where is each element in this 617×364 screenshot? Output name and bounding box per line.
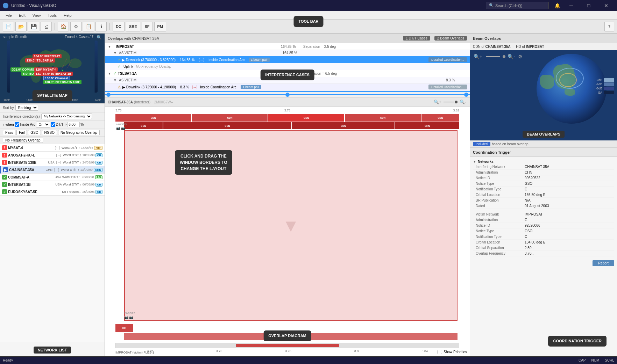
beam-overlaps-count: 2 Beam Overlaps bbox=[434, 36, 467, 41]
no-geo-btn[interactable]: No Geographic Overlap bbox=[58, 130, 100, 135]
network-item-intersat1b[interactable]: ✓ INTERSAT-1B USA Worst DT/T ↑ 06/05/99 … bbox=[0, 181, 105, 188]
included-toggle-btn[interactable]: Included bbox=[473, 142, 490, 146]
network-item-euroskysat5e[interactable]: ✓ EUROSKYSAT-5E No Frequen... 25/03/96 C… bbox=[0, 188, 105, 196]
sort-select[interactable]: Ranking bbox=[15, 105, 38, 111]
no-freq-row: No Frequency Overlap bbox=[0, 137, 105, 144]
chainsat-status-icon: ▶ bbox=[3, 167, 8, 172]
toolbar-print-btn[interactable]: 🖨 bbox=[41, 22, 52, 31]
chainsat-country: CHN bbox=[45, 168, 52, 172]
coord-networks-title: ▼ Networks bbox=[473, 158, 614, 164]
overlap-zoom-in-btn[interactable]: 🔍+ bbox=[433, 99, 442, 105]
toolbar-open-btn[interactable]: 📂 bbox=[15, 22, 27, 31]
network-list-label-area: NETWORK LIST bbox=[0, 342, 105, 356]
chn-seg-2: CDN bbox=[192, 114, 268, 122]
menu-help[interactable]: Help bbox=[61, 13, 75, 18]
beam-of-label: of bbox=[481, 45, 485, 49]
toolbar-sbe-btn[interactable]: SBE bbox=[126, 22, 140, 31]
toolbar-info-btn[interactable]: ℹ bbox=[95, 22, 107, 31]
downlink-tslsat-detail-btn[interactable]: Detailed Coordination... bbox=[428, 85, 467, 89]
intersat1b-status-icon: ✓ bbox=[2, 182, 7, 187]
tslsat-victim-expand[interactable]: ▼ bbox=[113, 78, 118, 82]
dt-checkbox[interactable] bbox=[51, 122, 55, 127]
network-item-commsat[interactable]: ✓ COMMSAT-A USA Worst DT/T ↑ 20/03/98 AP… bbox=[0, 174, 105, 181]
coordination-trigger: Coordination Trigger ▼ Networks Interfer… bbox=[470, 148, 617, 356]
scale-sa-label: SA bbox=[598, 91, 602, 94]
search-placeholder: Search (Ctrl+Q) bbox=[495, 3, 522, 8]
map-filename: sample ific.mdb bbox=[3, 35, 27, 39]
horizontal-splitter[interactable] bbox=[105, 92, 470, 97]
toolbar-settings-btn[interactable]: ⚙ bbox=[70, 22, 81, 31]
overlap-scrollbar[interactable] bbox=[115, 343, 459, 348]
beam-zoom-out-btn[interactable]: 🔍- bbox=[507, 53, 516, 60]
uplink-no-overlap: No Frequency Overlap bbox=[136, 65, 171, 68]
network-item-mysat4[interactable]: ! MYSAT-4 [↔] Worst DT/T ↑ 14/05/55 NTF bbox=[0, 144, 105, 152]
inside-arc-checkbox[interactable] bbox=[15, 122, 19, 127]
no-freq-btn[interactable]: No Frequency Overlap bbox=[3, 138, 43, 143]
toolbar: 📄 📂 💾 🖨 🏠 ⚙ 📋 ℹ DC SBE SF PM TOOL BAR ? bbox=[0, 20, 617, 34]
menu-tools[interactable]: Tools bbox=[45, 13, 59, 18]
or-select[interactable]: Or bbox=[36, 122, 50, 128]
map-zoom-btn[interactable]: 🔍 bbox=[97, 35, 102, 40]
menu-view[interactable]: View bbox=[30, 13, 44, 18]
report-btn[interactable]: Report bbox=[593, 260, 614, 266]
splitter-right-circle bbox=[464, 93, 468, 97]
downlink-warn-icon: ⚠ bbox=[118, 58, 121, 62]
overlap-zoom-out-btn[interactable]: 🔍- bbox=[459, 99, 467, 105]
network-item-intersat5[interactable]: ! INTERSAT5 138E USA [↔] Worst DT/T ↑ 24… bbox=[0, 159, 105, 166]
toolbar-dc-btn[interactable]: DC bbox=[113, 22, 125, 31]
anosat-name: ANOSAT-2-KU-L bbox=[8, 153, 55, 157]
beam-zoom-in-btn[interactable]: 🔍+ bbox=[473, 53, 483, 60]
maximize-button[interactable]: □ bbox=[581, 0, 597, 11]
close-button[interactable]: ✕ bbox=[598, 0, 614, 11]
camera-icon-4[interactable]: 📷 bbox=[129, 315, 133, 319]
camera-icon-1[interactable]: 📷 bbox=[116, 126, 120, 130]
overlap-freq-label: Overlap Frequency bbox=[476, 252, 525, 255]
beam-settings-btn[interactable]: ⚙ bbox=[517, 53, 523, 60]
inside-arc-check[interactable]: Inside Arc bbox=[15, 122, 35, 127]
toolbar-sf-btn[interactable]: SF bbox=[142, 22, 153, 31]
interferer-role: (Interferer) bbox=[134, 100, 150, 104]
camera-icon-2[interactable]: 📷 bbox=[121, 126, 125, 130]
int-row-uplink-improsat[interactable]: ✓ Uplink No Frequency Overlap bbox=[105, 63, 470, 70]
gso-btn[interactable]: GSO bbox=[28, 130, 41, 135]
menu-file[interactable]: File bbox=[3, 13, 15, 18]
ngso-btn[interactable]: NGSO bbox=[42, 130, 57, 135]
toolbar-save-btn[interactable]: 💾 bbox=[28, 22, 39, 31]
improsat-victim-expand[interactable]: ▼ bbox=[113, 51, 118, 55]
notification-icon[interactable]: 🔔 bbox=[554, 3, 560, 8]
victim-network-label: Victim Network bbox=[476, 212, 525, 216]
int-row-improsat[interactable]: ▼ ! IMPROSAT 164.85 % Separation = 2.5 d… bbox=[105, 43, 470, 50]
int-row-downlink-improsat[interactable]: ⚠ ▶ Downlink (3.700000 - 3.825000) 164.8… bbox=[105, 56, 470, 63]
network-item-chainsat[interactable]: ▶ CHAINSAT-35A CHN [↔] Worst DT/T ↑ 13/0… bbox=[0, 166, 105, 174]
search-box[interactable]: 🔍 Search (Ctrl+Q) bbox=[486, 2, 549, 9]
dt-value-input[interactable] bbox=[67, 122, 80, 127]
coord-expand-icon[interactable]: ▼ bbox=[473, 160, 476, 163]
anosat-dir: [↔] bbox=[56, 153, 61, 157]
int-row-improsat-victim[interactable]: ▼ AS VICTIM 164.85 % bbox=[105, 50, 470, 56]
toolbar-help-btn[interactable]: ? bbox=[604, 22, 614, 31]
improsat-expand-icon[interactable]: ▼ bbox=[108, 45, 112, 49]
beam-zoom-slider[interactable] bbox=[486, 56, 500, 57]
network-item-anosat[interactable]: ! ANOSAT-2-KU-L [↔] Worst DT/T ↑ 10/05/9… bbox=[0, 152, 105, 159]
toolbar-pm-btn[interactable]: PM bbox=[154, 22, 166, 31]
overlap-diagram-callout: OVERLAP DIAGRAM bbox=[263, 330, 311, 341]
downlink-improsat-detail-btn[interactable]: Detailed Coordination... bbox=[428, 57, 467, 62]
toolbar-new-btn[interactable]: 📄 bbox=[3, 22, 14, 31]
toolbar-layout-btn[interactable]: 📋 bbox=[83, 22, 94, 31]
int-row-downlink-tslsat[interactable]: ⚠ ▶ Downlink (3.725000 - 4.198000) 8.3 %… bbox=[105, 83, 470, 91]
beam-circle-2 bbox=[559, 73, 577, 87]
cdn-segments-row2: CDN CDN CDN CHN bbox=[124, 122, 459, 129]
dt-check[interactable]: DT/T > bbox=[51, 122, 67, 127]
euroskysat5e-name: EUROSKYSAT-5E bbox=[8, 190, 61, 194]
coord-trigger-label: COORDINATION TRIGGER bbox=[548, 336, 607, 347]
beam-network1: CHAINSAT-35A bbox=[485, 45, 511, 49]
camera-icon-3[interactable]: 📷 bbox=[124, 315, 128, 319]
pass-btn[interactable]: Pass bbox=[3, 130, 15, 135]
toolbar-home-btn[interactable]: 🏠 bbox=[58, 22, 69, 31]
minimize-button[interactable]: ─ bbox=[563, 0, 579, 11]
show-priorities-checkbox[interactable] bbox=[438, 350, 442, 354]
fail-btn[interactable]: Fail bbox=[16, 130, 27, 135]
direction-select[interactable]: My Networks <- Coordinating bbox=[41, 114, 92, 119]
tslsat-expand-icon[interactable]: ▼ bbox=[108, 72, 112, 75]
menu-edit[interactable]: Edit bbox=[16, 13, 28, 18]
